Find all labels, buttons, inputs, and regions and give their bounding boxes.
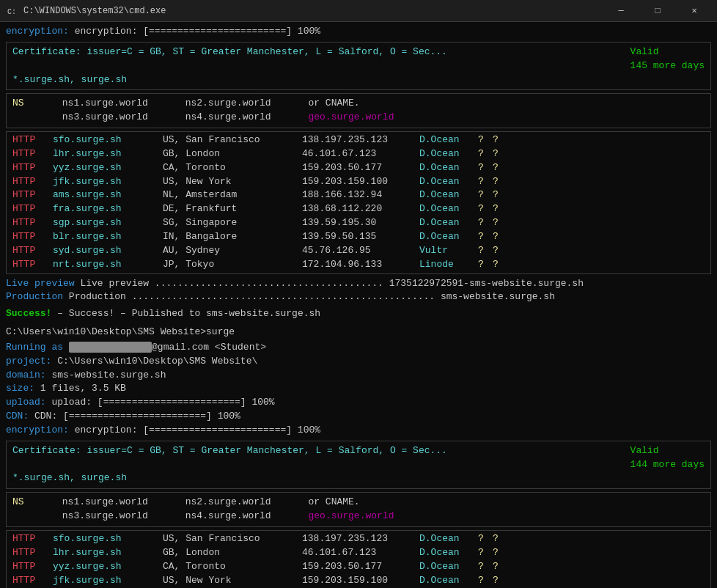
domain-line: domain: sms-website.surge.sh <box>6 369 711 383</box>
server-table-2: HTTPsfo.surge.shUS, San Francisco138.197… <box>6 530 711 588</box>
cert-row-2: Certificate: issuer=C = GB, ST = Greater… <box>12 444 705 472</box>
running-as-line: Running as ██████████████@gmail.com <Stu… <box>6 341 711 355</box>
server-row: HTTPfra.surge.shDE, Frankfurt138.68.112.… <box>12 202 705 216</box>
server-row: HTTPyyz.surge.shCA, Toronto159.203.50.17… <box>12 161 705 175</box>
cert-valid-1: Valid145 more days <box>630 45 705 73</box>
prompt-line-1: C:\Users\win10\Desktop\SMS Website>surge <box>6 326 711 339</box>
server-row: HTTPblr.surge.shIN, Bangalore139.59.50.1… <box>12 230 705 244</box>
server-row: HTTPnrt.surge.shJP, Tokyo172.104.96.133L… <box>12 258 705 272</box>
live-preview-1: Live preview Live preview ..............… <box>6 277 711 291</box>
ns-table-2: NS ns1.surge.world ns2.surge.world or CN… <box>6 492 711 527</box>
terminal-content: encryption: encryption: [===============… <box>0 22 717 588</box>
cert-domains-2: *.surge.sh, surge.sh <box>12 471 705 485</box>
ns-row-4: ns3.surge.world ns4.surge.world geo.surg… <box>12 510 705 523</box>
server-table-1: HTTPsfo.surge.shUS, San Francisco138.197… <box>6 131 711 273</box>
cmd-icon: C: <box>6 5 18 17</box>
maximize-button[interactable]: □ <box>641 0 674 22</box>
server-row: HTTPlhr.surge.shGB, London46.101.67.123D… <box>12 147 705 161</box>
ns-row-3: NS ns1.surge.world ns2.surge.world or CN… <box>12 496 705 510</box>
size-line: size: 1 files, 3.5 KB <box>6 382 711 396</box>
project-line: project: C:\Users\win10\Desktop\SMS Webs… <box>6 355 711 369</box>
production-1: Production Production ..................… <box>6 290 711 304</box>
minimize-button[interactable]: ─ <box>604 0 638 22</box>
window-title: C:\WINDOWS\system32\cmd.exe <box>23 6 166 16</box>
server-row: HTTPyyz.surge.shCA, Toronto159.203.50.17… <box>12 560 705 574</box>
server-row: HTTPsgp.surge.shSG, Singapore139.59.195.… <box>12 216 705 230</box>
upload-line: upload: upload: [=======================… <box>6 396 711 410</box>
server-row: HTTPams.surge.shNL, Amsterdam188.166.132… <box>12 188 705 202</box>
server-row: HTTPlhr.surge.shGB, London46.101.67.123D… <box>12 546 705 560</box>
title-bar-left: C: C:\WINDOWS\system32\cmd.exe <box>6 5 166 17</box>
cert-domains-1: *.surge.sh, surge.sh <box>12 73 705 87</box>
cert-row-1: Certificate: issuer=C = GB, ST = Greater… <box>12 45 705 73</box>
window-controls: ─ □ ✕ <box>604 0 711 22</box>
cert-box-2: Certificate: issuer=C = GB, ST = Greater… <box>6 441 711 490</box>
encryption-line-2: encryption: encryption: [===============… <box>6 424 711 438</box>
ns-table-1: NS ns1.surge.world ns2.surge.world or CN… <box>6 93 711 128</box>
server-row: HTTPsfo.surge.shUS, San Francisco138.197… <box>12 532 705 546</box>
server-row: HTTPjfk.surge.shUS, New York159.203.159.… <box>12 175 705 189</box>
cert-issuer-1: Certificate: issuer=C = GB, ST = Greater… <box>12 45 447 59</box>
cdn-line: CDN: CDN: [========================] 100… <box>6 410 711 424</box>
server-row: HTTPjfk.surge.shUS, New York159.203.159.… <box>12 574 705 588</box>
cert-box-1: Certificate: issuer=C = GB, ST = Greater… <box>6 42 711 91</box>
server-row: HTTPsfo.surge.shUS, San Francisco138.197… <box>12 133 705 147</box>
close-button[interactable]: ✕ <box>677 0 711 22</box>
success-1: Success! – Success! – Published to sms-w… <box>6 307 711 321</box>
ns-row-1: NS ns1.surge.world ns2.surge.world or CN… <box>12 97 705 111</box>
encryption-line-1: encryption: encryption: [===============… <box>6 25 711 39</box>
cert-issuer-2: Certificate: issuer=C = GB, ST = Greater… <box>12 444 447 458</box>
svg-text:C:: C: <box>7 8 16 16</box>
ns-row-2: ns3.surge.world ns4.surge.world geo.surg… <box>12 111 705 125</box>
cert-valid-2: Valid144 more days <box>630 444 705 472</box>
title-bar: C: C:\WINDOWS\system32\cmd.exe ─ □ ✕ <box>0 0 717 22</box>
server-row: HTTPsyd.surge.shAU, Sydney45.76.126.95Vu… <box>12 244 705 258</box>
